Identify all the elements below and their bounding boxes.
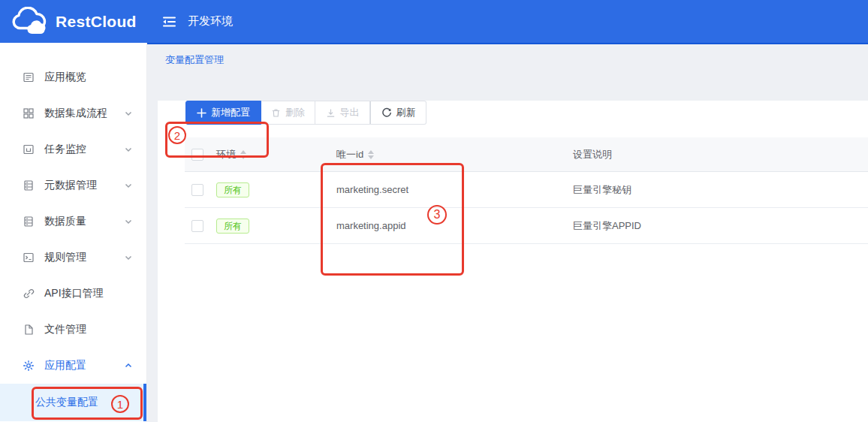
sidebar-item-task-monitor[interactable]: 任务监控 [0,131,146,167]
gear-icon [23,360,35,372]
table-row: 所有 marketing.secret 巨量引擎秘钥 [185,172,868,208]
sidebar-item-rule-management[interactable]: 规则管理 [0,240,146,276]
sidebar-collapse-icon[interactable] [161,14,177,30]
sidebar-item-label: 应用配置 [44,359,86,372]
sort-carets-icon[interactable] [240,150,246,159]
sidebar-item-app-overview[interactable]: 应用概览 [0,59,146,95]
chevron-down-icon [124,181,133,190]
refresh-icon [381,107,392,118]
file-icon [23,324,35,336]
main-content: 变量配置管理 新增配置 [147,43,868,422]
sidebar-item-data-quality[interactable]: 数据质量 [0,203,146,240]
table-row: 所有 marketing.appid 巨量引擎APPID [185,208,868,244]
delete-label: 删除 [285,106,305,119]
sort-carets-icon[interactable] [368,150,374,159]
sidebar-item-label: 数据质量 [44,215,86,228]
brand-name: RestCloud [56,13,137,31]
sidebar-item-label: 数据集成流程 [44,107,107,120]
refresh-label: 刷新 [396,106,416,119]
annotation-circle-2: 2 [168,126,186,144]
plug-icon [23,288,35,300]
sidebar-item-label: 应用概览 [44,71,86,84]
grid-icon [23,107,35,119]
chevron-down-icon [124,145,133,154]
add-config-label: 新增配置 [211,106,250,119]
download-icon [326,108,336,118]
table-header-row: 环境 唯一id 设置说明 [185,137,868,172]
uid-cell: marketing.secret [336,184,408,195]
top-nav-environment[interactable]: 开发环境 [188,14,233,29]
sidebar-item-label: 规则管理 [44,251,86,264]
column-header-uid[interactable]: 唯一id [336,148,363,161]
annotation-number: 2 [174,129,180,142]
column-header-env[interactable]: 环境 [216,148,236,161]
sidebar-item-label: 任务监控 [44,143,86,156]
row-checkbox[interactable] [191,184,203,196]
desc-cell: 巨量引擎秘钥 [573,183,631,197]
export-label: 导出 [340,106,360,119]
sidebar-item-label: 元数据管理 [44,179,97,192]
terminal-icon [23,252,35,264]
database-icon [23,216,35,228]
sidebar-item-app-config[interactable]: 应用配置 [0,348,146,384]
sidebar-item-label: API接口管理 [44,287,104,300]
restcloud-cloud-logo-icon [9,7,51,37]
content-card: 新增配置 删除 [158,101,868,422]
env-tag: 所有 [216,219,249,234]
config-table: 环境 唯一id 设置说明 所有 m [185,137,868,244]
app-window: RestCloud 开发环境 应用概览 [0,0,868,422]
add-config-button[interactable]: 新增配置 [185,101,261,125]
column-header-desc: 设置说明 [573,148,612,161]
delete-button[interactable]: 删除 [261,101,315,125]
sidebar-subitem-public-variable-config[interactable]: 公共变量配置 [0,384,146,421]
chevron-down-icon [124,217,133,226]
sidebar: 应用概览 数据集成流程 [0,43,147,422]
uid-cell: marketing.appid [336,220,406,231]
chevron-down-icon [124,109,133,118]
overview-icon [23,71,35,83]
monitor-icon [23,143,35,155]
sidebar-item-api-management[interactable]: API接口管理 [0,276,146,312]
select-all-checkbox[interactable] [191,149,203,161]
env-tag: 所有 [216,182,249,197]
refresh-button[interactable]: 刷新 [370,101,426,125]
desc-cell: 巨量引擎APPID [573,219,641,233]
breadcrumb: 变量配置管理 [147,44,868,75]
sidebar-item-label: 文件管理 [44,323,86,336]
brand: RestCloud [0,7,147,37]
sidebar-item-data-integration[interactable]: 数据集成流程 [0,95,146,131]
toolbar: 新增配置 删除 [185,101,868,125]
export-button[interactable]: 导出 [315,101,370,125]
chevron-down-icon [124,253,133,262]
plus-icon [197,108,206,118]
app-header: RestCloud 开发环境 [0,0,868,43]
sidebar-subitem-label: 公共变量配置 [35,396,98,409]
sidebar-item-file-management[interactable]: 文件管理 [0,312,146,348]
active-indicator-bar [143,384,146,421]
database-icon [23,179,35,191]
chevron-up-icon [124,361,133,370]
trash-icon [271,108,281,118]
breadcrumb-link[interactable]: 变量配置管理 [165,53,224,67]
sidebar-item-metadata[interactable]: 元数据管理 [0,167,146,203]
row-checkbox[interactable] [191,220,203,232]
